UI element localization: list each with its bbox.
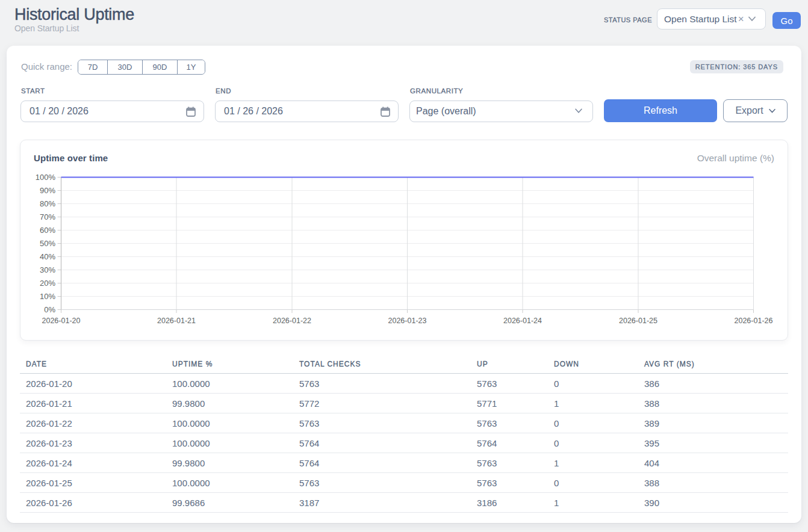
svg-text:0%: 0%: [44, 305, 55, 314]
svg-text:2026-01-24: 2026-01-24: [503, 317, 542, 325]
svg-text:50%: 50%: [40, 239, 55, 248]
svg-text:90%: 90%: [40, 186, 55, 195]
svg-text:2026-01-26: 2026-01-26: [735, 317, 773, 325]
svg-text:2026-01-22: 2026-01-22: [273, 317, 311, 325]
svg-text:10%: 10%: [40, 292, 55, 301]
svg-text:40%: 40%: [40, 252, 55, 261]
svg-text:2026-01-25: 2026-01-25: [619, 317, 657, 325]
svg-text:100%: 100%: [36, 173, 56, 182]
svg-text:70%: 70%: [40, 212, 55, 221]
svg-text:80%: 80%: [40, 199, 55, 208]
svg-text:30%: 30%: [40, 265, 55, 274]
svg-text:2026-01-23: 2026-01-23: [388, 317, 427, 325]
svg-text:20%: 20%: [40, 279, 55, 288]
svg-text:2026-01-20: 2026-01-20: [42, 317, 81, 325]
svg-text:2026-01-21: 2026-01-21: [157, 317, 196, 325]
svg-text:60%: 60%: [40, 226, 55, 235]
